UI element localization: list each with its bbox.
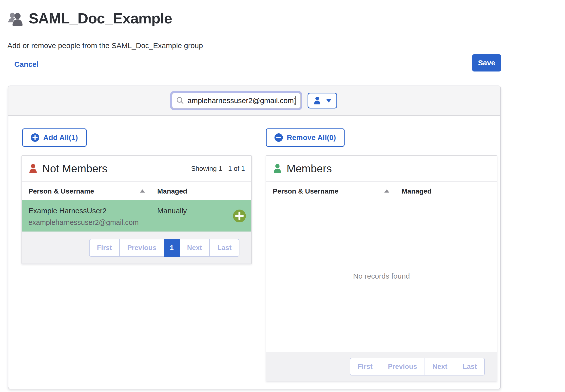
pagination-previous-button[interactable]: Previous [380, 358, 425, 375]
column-header-person-username[interactable]: Person & Username [28, 187, 94, 195]
not-members-pagination: First Previous 1 Next Last [89, 239, 239, 257]
page-title-row: SAML_Doc_Example [7, 10, 172, 27]
table-row-example-harnessuser2[interactable]: Example HarnessUser2 exampleharnessuser2… [22, 200, 251, 232]
pagination-next-button[interactable]: Next [179, 239, 210, 257]
pagination-previous-button[interactable]: Previous [119, 239, 164, 257]
column-header-managed[interactable]: Managed [402, 187, 431, 195]
not-members-footer: First Previous 1 Next Last [22, 232, 251, 264]
members-empty-state: No records found [266, 200, 497, 352]
member-person-icon [273, 163, 282, 174]
pagination-last-button[interactable]: Last [209, 239, 239, 257]
save-button[interactable]: Save [472, 54, 501, 71]
remove-all-label: Remove All(0) [287, 133, 336, 142]
text-caret [295, 96, 296, 105]
group-people-icon [7, 11, 24, 26]
not-members-title: Not Members [42, 162, 107, 175]
add-person-plus-icon [233, 210, 246, 222]
add-person-button[interactable] [233, 210, 246, 222]
no-records-text: No records found [353, 272, 410, 280]
add-all-button[interactable]: Add All(1) [22, 128, 87, 147]
search-strip: ampleharnessuser2@gmail.com) [8, 86, 500, 116]
pagination-last-button[interactable]: Last [455, 358, 485, 375]
members-header: Members [266, 156, 497, 182]
column-header-person-username[interactable]: Person & Username [273, 187, 338, 195]
chevron-down-icon [326, 99, 331, 103]
pagination-first-button[interactable]: First [89, 239, 120, 257]
members-footer: First Previous Next Last [266, 352, 497, 381]
group-membership-panel: ampleharnessuser2@gmail.com) Add All(1) [8, 86, 501, 389]
column-header-managed[interactable]: Managed [157, 187, 187, 195]
sort-ascending-icon [140, 189, 145, 193]
not-member-person-icon [28, 163, 38, 174]
sort-ascending-icon [384, 189, 389, 193]
page-title: SAML_Doc_Example [29, 10, 172, 27]
pagination-first-button[interactable]: First [350, 358, 381, 375]
page-subtitle: Add or remove people from the SAML_Doc_E… [7, 41, 203, 50]
search-icon [176, 97, 184, 105]
minus-circle-icon [274, 133, 283, 142]
members-table-header: Person & Username Managed [266, 182, 497, 200]
not-members-header: Not Members Showing 1 - 1 of 1 [22, 156, 251, 182]
members-panel: Members Person & Username Managed No rec… [266, 155, 497, 381]
cancel-link[interactable]: Cancel [14, 60, 39, 69]
not-members-table-header: Person & Username Managed [22, 182, 251, 200]
plus-circle-icon [31, 133, 39, 142]
row-person-name: Example HarnessUser2 [28, 207, 107, 215]
add-all-label: Add All(1) [43, 133, 78, 142]
not-members-showing-count: Showing 1 - 1 of 1 [191, 165, 245, 173]
row-username: exampleharnessuser2@gmail.com [28, 218, 139, 227]
pagination-next-button[interactable]: Next [425, 358, 455, 375]
people-filter-dropdown[interactable] [308, 93, 337, 108]
search-input-value: ampleharnessuser2@gmail.com) [188, 96, 295, 105]
search-input[interactable]: ampleharnessuser2@gmail.com) [172, 93, 301, 108]
row-managed-value: Manually [157, 207, 187, 215]
remove-all-button[interactable]: Remove All(0) [266, 128, 345, 147]
members-title: Members [287, 162, 332, 175]
person-icon [313, 96, 321, 105]
pagination-page-1-button[interactable]: 1 [164, 239, 180, 257]
members-pagination: First Previous Next Last [350, 358, 485, 375]
not-members-panel: Not Members Showing 1 - 1 of 1 Person & … [21, 155, 252, 264]
